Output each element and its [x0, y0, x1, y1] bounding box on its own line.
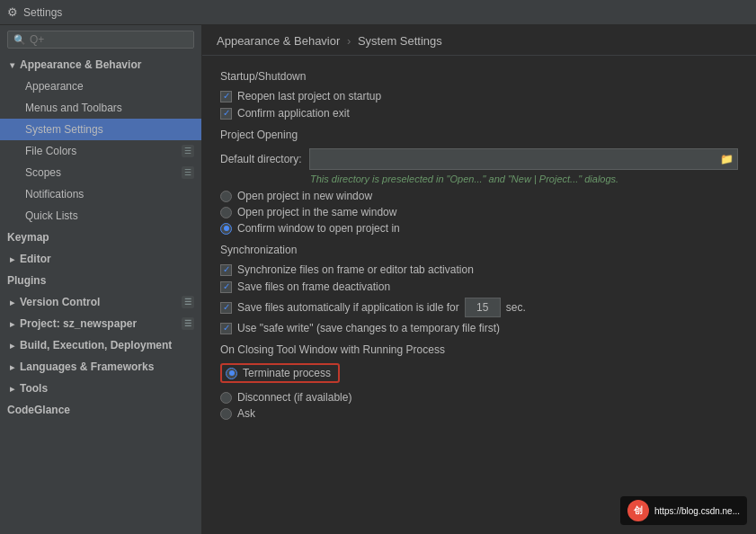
breadcrumb-current: System Settings	[358, 34, 442, 48]
save-idle-row: Save files automatically if application …	[220, 298, 738, 317]
reopen-last-project-checkbox[interactable]	[220, 91, 232, 102]
sidebar-item-appearance-behavior[interactable]: Appearance & Behavior	[0, 54, 201, 76]
sidebar-item-file-colors[interactable]: File Colors ☰	[0, 140, 201, 162]
sidebar-item-scopes[interactable]: Scopes ☰	[0, 162, 201, 183]
sidebar-item-editor[interactable]: Editor	[0, 248, 201, 270]
ask-row: Ask	[220, 407, 738, 420]
expand-icon	[7, 384, 16, 393]
save-deactivation-label: Save files on frame deactivation	[237, 280, 390, 293]
open-new-window-label: Open project in new window	[237, 190, 372, 202]
expand-icon	[7, 341, 16, 350]
sidebar-item-label: CodeGlance	[7, 404, 194, 416]
sidebar-item-label: Notifications	[25, 188, 194, 200]
sidebar-item-quick-lists[interactable]: Quick Lists	[0, 205, 201, 227]
sidebar-item-build-execution[interactable]: Build, Execution, Deployment	[0, 334, 201, 356]
save-idle-label: Save files automatically if application …	[237, 301, 459, 314]
folder-icon: 📁	[720, 153, 734, 165]
sidebar-item-appearance[interactable]: Appearance	[0, 76, 201, 97]
sidebar-item-project[interactable]: Project: sz_newspaper ☰	[0, 313, 201, 334]
sidebar-item-system-settings[interactable]: System Settings	[0, 119, 201, 140]
save-idle-checkbox[interactable]	[220, 302, 232, 314]
dir-hint-text: This directory is preselected in "Open..…	[220, 174, 738, 184]
sidebar-item-codeglance[interactable]: CodeGlance	[0, 399, 201, 421]
safe-write-label: Use "safe write" (save changes to a temp…	[237, 322, 500, 334]
sidebar-item-label: Version Control	[20, 296, 182, 308]
app-icon: ⚙	[7, 5, 18, 19]
confirm-exit-label: Confirm application exit	[237, 107, 350, 120]
watermark-text: https://blog.csdn.ne...	[654, 506, 740, 516]
terminate-row: Terminate process	[220, 363, 738, 387]
sidebar-item-label: Plugins	[7, 274, 194, 287]
title-bar: ⚙ Settings	[0, 0, 756, 25]
sidebar-item-label: File Colors	[25, 145, 182, 157]
sidebar-item-label: Appearance & Behavior	[20, 58, 194, 71]
open-new-window-radio[interactable]	[220, 191, 232, 202]
sidebar-item-label: Scopes	[25, 166, 182, 179]
expand-icon	[7, 362, 16, 371]
sync-section-header: Synchronization	[220, 244, 738, 256]
watermark-logo: 创	[627, 500, 649, 521]
sidebar-item-label: System Settings	[25, 123, 194, 136]
disconnect-radio[interactable]	[220, 392, 232, 404]
safe-write-row: Use "safe write" (save changes to a temp…	[220, 322, 738, 334]
reopen-last-project-label: Reopen last project on startup	[237, 90, 381, 102]
ask-label: Ask	[237, 407, 255, 420]
project-opening-section-header: Project Opening	[220, 129, 738, 141]
open-same-window-row: Open project in the same window	[220, 206, 738, 218]
startup-section-header: Startup/Shutdown	[220, 70, 738, 83]
sync-files-row: Synchronize files on frame or editor tab…	[220, 263, 738, 276]
vc-badge: ☰	[182, 296, 194, 308]
watermark: 创 https://blog.csdn.ne...	[620, 496, 747, 525]
confirm-window-row: Confirm window to open project in	[220, 222, 738, 235]
sidebar-item-label: Appearance	[25, 80, 194, 93]
terminate-label: Terminate process	[243, 367, 331, 379]
sidebar-item-menus-toolbars[interactable]: Menus and Toolbars	[0, 97, 201, 119]
sidebar-item-keymap[interactable]: Keymap	[0, 227, 201, 248]
confirm-exit-checkbox[interactable]	[220, 108, 232, 120]
sidebar: 🔍 Appearance & Behavior Appearance Menus…	[0, 25, 202, 534]
settings-content: Startup/Shutdown Reopen last project on …	[202, 56, 756, 534]
default-dir-input[interactable]: 📁	[309, 148, 738, 170]
closing-section-header: On Closing Tool Window with Running Proc…	[220, 343, 738, 356]
sidebar-item-languages-frameworks[interactable]: Languages & Frameworks	[0, 356, 201, 378]
window-title: Settings	[23, 6, 62, 19]
open-new-window-row: Open project in new window	[220, 190, 738, 202]
sidebar-item-label: Tools	[20, 382, 194, 395]
default-dir-row: Default directory: 📁	[220, 148, 738, 170]
open-same-window-radio[interactable]	[220, 207, 232, 218]
sidebar-item-label: Languages & Frameworks	[20, 360, 194, 373]
confirm-exit-row: Confirm application exit	[220, 107, 738, 120]
sidebar-item-label: Build, Execution, Deployment	[20, 339, 194, 352]
breadcrumb-parent: Appearance & Behavior	[217, 34, 340, 48]
safe-write-checkbox[interactable]	[220, 323, 232, 334]
ask-radio[interactable]	[220, 408, 232, 420]
breadcrumb-separator: ›	[347, 34, 351, 48]
terminate-box: Terminate process	[220, 363, 340, 383]
expand-icon	[7, 60, 16, 69]
sidebar-item-tools[interactable]: Tools	[0, 378, 201, 399]
save-deactivation-row: Save files on frame deactivation	[220, 280, 738, 293]
confirm-window-radio[interactable]	[220, 223, 232, 235]
sidebar-item-label: Project: sz_newspaper	[20, 317, 182, 330]
search-input[interactable]	[30, 33, 188, 46]
save-deactivation-checkbox[interactable]	[220, 281, 232, 293]
open-same-window-label: Open project in the same window	[237, 206, 396, 218]
idle-unit-label: sec.	[506, 301, 526, 314]
expand-icon	[7, 254, 16, 263]
expand-icon	[7, 319, 16, 328]
expand-icon	[7, 298, 16, 307]
sidebar-item-notifications[interactable]: Notifications	[0, 183, 201, 205]
sidebar-item-version-control[interactable]: Version Control ☰	[0, 291, 201, 313]
sidebar-item-label: Editor	[20, 253, 194, 265]
main-layout: 🔍 Appearance & Behavior Appearance Menus…	[0, 25, 756, 534]
search-box[interactable]: 🔍	[7, 31, 194, 49]
terminate-radio[interactable]	[226, 368, 237, 379]
idle-value-input[interactable]	[465, 298, 501, 317]
disconnect-label: Disconnect (if available)	[237, 391, 351, 404]
default-dir-label: Default directory:	[220, 153, 302, 165]
sync-files-checkbox[interactable]	[220, 264, 232, 276]
reopen-last-project-row: Reopen last project on startup	[220, 90, 738, 102]
sidebar-item-plugins[interactable]: Plugins	[0, 270, 201, 291]
project-badge: ☰	[182, 317, 194, 330]
confirm-window-label: Confirm window to open project in	[237, 222, 400, 235]
